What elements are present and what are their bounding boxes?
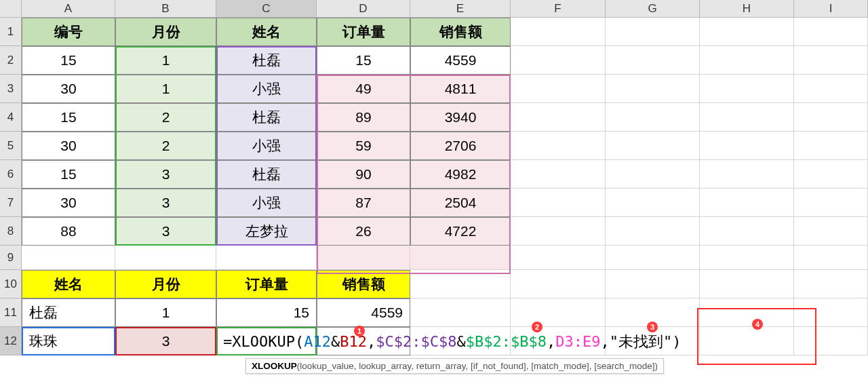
- col-header-G[interactable]: G: [606, 0, 700, 18]
- cell[interactable]: [794, 270, 868, 298]
- cell[interactable]: [511, 189, 606, 217]
- grid[interactable]: 编号月份姓名订单量销售额151杜磊154559301小强494811152杜磊8…: [22, 18, 868, 355]
- cell[interactable]: [410, 327, 511, 355]
- cell[interactable]: [700, 189, 794, 217]
- cell[interactable]: 1: [115, 298, 216, 327]
- cell[interactable]: 3: [115, 160, 216, 189]
- cell[interactable]: 15: [22, 103, 115, 132]
- cell[interactable]: [794, 132, 868, 160]
- cell[interactable]: 杜磊: [216, 160, 317, 189]
- cell[interactable]: [700, 132, 794, 160]
- cell[interactable]: 4722: [410, 217, 511, 246]
- col-header-C[interactable]: C: [216, 0, 317, 18]
- cell[interactable]: 2: [115, 132, 216, 160]
- cell[interactable]: 小强: [216, 75, 317, 103]
- cell[interactable]: [606, 189, 700, 217]
- cell[interactable]: 87: [317, 189, 410, 217]
- cell[interactable]: 3: [115, 217, 216, 246]
- cell[interactable]: [410, 270, 511, 298]
- cell[interactable]: 4559: [410, 46, 511, 75]
- cell[interactable]: 88: [22, 217, 115, 246]
- row-header-4[interactable]: 4: [0, 103, 22, 132]
- cell[interactable]: 编号: [22, 18, 115, 46]
- cell[interactable]: [606, 160, 700, 189]
- col-header-F[interactable]: F: [511, 0, 606, 18]
- cell[interactable]: [794, 18, 868, 46]
- cell[interactable]: 4982: [410, 160, 511, 189]
- cell[interactable]: [511, 246, 606, 270]
- row-header-8[interactable]: 8: [0, 217, 22, 246]
- row-header-3[interactable]: 3: [0, 75, 22, 103]
- cell[interactable]: 珠珠: [22, 327, 115, 355]
- cell[interactable]: [511, 46, 606, 75]
- cell[interactable]: [115, 246, 216, 270]
- cell[interactable]: [511, 132, 606, 160]
- col-header-E[interactable]: E: [410, 0, 511, 18]
- cell[interactable]: [700, 103, 794, 132]
- cell[interactable]: [794, 75, 868, 103]
- spreadsheet[interactable]: ABCDEFGHI 123456789101112 编号月份姓名订单量销售额15…: [0, 0, 868, 386]
- cell[interactable]: 90: [317, 160, 410, 189]
- cell[interactable]: [511, 75, 606, 103]
- cell[interactable]: [700, 46, 794, 75]
- cell[interactable]: [216, 327, 317, 355]
- col-header-A[interactable]: A: [22, 0, 115, 18]
- cell[interactable]: [794, 189, 868, 217]
- cell[interactable]: 15: [317, 46, 410, 75]
- cell[interactable]: 2504: [410, 189, 511, 217]
- cell[interactable]: [511, 298, 606, 327]
- cell[interactable]: [511, 217, 606, 246]
- cell[interactable]: 订单量: [216, 270, 317, 298]
- select-all-corner[interactable]: [0, 0, 22, 18]
- cell[interactable]: 3: [115, 189, 216, 217]
- cell[interactable]: 3: [115, 327, 216, 355]
- cell[interactable]: [511, 160, 606, 189]
- cell[interactable]: 杜磊: [22, 298, 115, 327]
- cell[interactable]: 15: [22, 160, 115, 189]
- cell[interactable]: [511, 18, 606, 46]
- cell[interactable]: [606, 217, 700, 246]
- row-header-5[interactable]: 5: [0, 132, 22, 160]
- row-header-6[interactable]: 6: [0, 160, 22, 189]
- cell[interactable]: 订单量: [317, 18, 410, 46]
- cell[interactable]: 30: [22, 75, 115, 103]
- cell[interactable]: [794, 46, 868, 75]
- cell[interactable]: 15: [22, 46, 115, 75]
- row-header-10[interactable]: 10: [0, 270, 22, 298]
- cell[interactable]: 1: [115, 75, 216, 103]
- cell[interactable]: [700, 217, 794, 246]
- row-header-1[interactable]: 1: [0, 18, 22, 46]
- cell[interactable]: [700, 270, 794, 298]
- cell[interactable]: [700, 327, 794, 355]
- cell[interactable]: [794, 160, 868, 189]
- cell[interactable]: 杜磊: [216, 46, 317, 75]
- cell[interactable]: 2: [115, 103, 216, 132]
- col-header-B[interactable]: B: [115, 0, 216, 18]
- cell[interactable]: 2706: [410, 132, 511, 160]
- col-header-D[interactable]: D: [317, 0, 410, 18]
- cell[interactable]: [606, 246, 700, 270]
- cell[interactable]: 26: [317, 217, 410, 246]
- col-header-H[interactable]: H: [700, 0, 794, 18]
- cell[interactable]: [511, 327, 606, 355]
- cell[interactable]: [216, 246, 317, 270]
- cell[interactable]: 左梦拉: [216, 217, 317, 246]
- cell[interactable]: [606, 46, 700, 75]
- cell[interactable]: 3940: [410, 103, 511, 132]
- cell[interactable]: [410, 298, 511, 327]
- row-header-11[interactable]: 11: [0, 298, 22, 327]
- cell[interactable]: [700, 75, 794, 103]
- cell[interactable]: 销售额: [410, 18, 511, 46]
- cell[interactable]: [606, 270, 700, 298]
- cell[interactable]: [794, 298, 868, 327]
- col-header-I[interactable]: I: [794, 0, 868, 18]
- cell[interactable]: [700, 298, 794, 327]
- cell[interactable]: [700, 160, 794, 189]
- cell[interactable]: [794, 246, 868, 270]
- cell[interactable]: [794, 103, 868, 132]
- cell[interactable]: [511, 103, 606, 132]
- cell[interactable]: 杜磊: [216, 103, 317, 132]
- cell[interactable]: 月份: [115, 270, 216, 298]
- row-header-2[interactable]: 2: [0, 46, 22, 75]
- cell[interactable]: [700, 246, 794, 270]
